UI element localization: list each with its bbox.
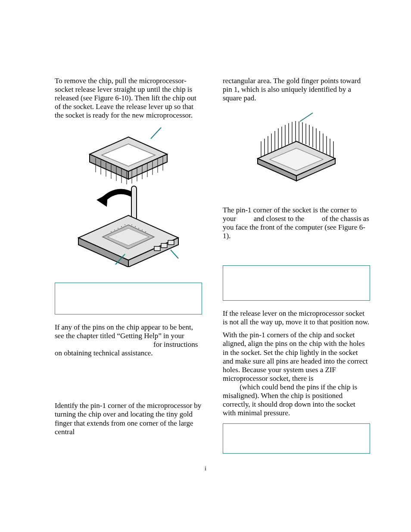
page-footer: i	[0, 465, 411, 473]
caution-box-right-1	[223, 265, 370, 301]
svg-point-32	[114, 230, 115, 230]
svg-point-27	[121, 226, 122, 227]
right-para-2d-hidden: back	[306, 215, 320, 223]
svg-point-35	[145, 231, 146, 232]
right-para-3: If the release lever on the microprocess…	[223, 309, 370, 327]
left-para-2a: If any of the pins on the chip appear to…	[55, 323, 193, 340]
figure-pin1	[223, 111, 370, 184]
left-para-3: Identify the pin-1 corner of the micropr…	[55, 401, 202, 436]
left-para-1: To remove the chip, pull the microproces…	[55, 77, 202, 120]
svg-point-34	[111, 231, 112, 232]
right-para-1: rectangular area. The gold finger points…	[223, 77, 370, 103]
right-para-2: The pin-1 corner of the socket is the co…	[223, 206, 370, 240]
svg-rect-38	[168, 240, 174, 245]
two-column-layout: To remove the chip, pull the microproces…	[55, 77, 370, 454]
right-para-4: With the pin-1 corners of the chip and s…	[223, 331, 370, 417]
left-column: To remove the chip, pull the microproces…	[55, 77, 202, 454]
svg-rect-37	[161, 243, 167, 248]
left-para-2b-hidden: Diagnostics and Troubleshooting	[55, 340, 152, 348]
right-para-4c: (which could bend the pins if the chip i…	[223, 383, 357, 417]
vertical-gap-r1	[223, 188, 370, 206]
svg-point-31	[138, 228, 139, 229]
svg-line-0	[151, 128, 161, 139]
right-para-2c: and closest to the	[252, 215, 306, 223]
left-para-2: If any of the pins on the chip appear to…	[55, 323, 202, 358]
lever-arrow	[97, 192, 135, 207]
caution-box-right-2	[223, 423, 370, 454]
svg-point-30	[135, 226, 136, 227]
caution-box-left	[55, 283, 202, 314]
svg-marker-19	[97, 194, 108, 207]
document-page: To remove the chip, pull the microproces…	[0, 0, 411, 532]
svg-point-29	[131, 224, 132, 225]
svg-point-28	[125, 224, 125, 225]
right-para-2b-hidden: right	[238, 215, 252, 223]
svg-point-26	[118, 228, 118, 229]
chip-socket-illustration	[77, 125, 180, 267]
right-column: rectangular area. The gold finger points…	[223, 77, 370, 454]
svg-rect-36	[154, 246, 160, 251]
vertical-gap	[55, 362, 202, 401]
chip-underside-illustration	[249, 111, 344, 184]
svg-line-41	[300, 113, 313, 121]
figure-6-10	[55, 125, 202, 267]
svg-line-40	[171, 250, 178, 258]
svg-point-33	[142, 230, 143, 230]
page-number: i	[205, 465, 206, 472]
